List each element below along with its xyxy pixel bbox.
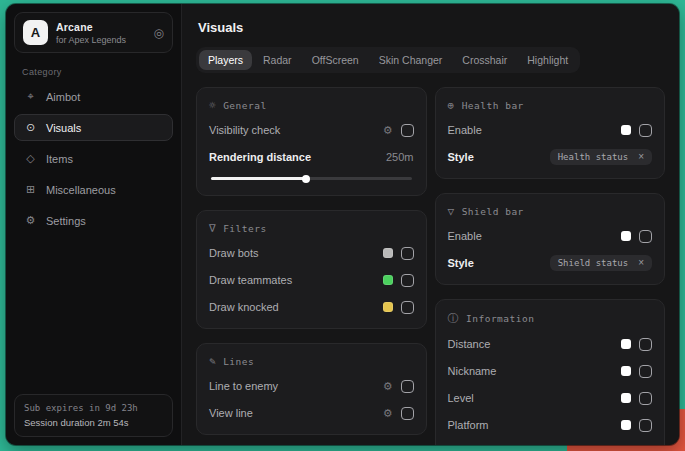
line-to-enemy-checkbox[interactable]	[401, 380, 414, 393]
general-card-header: ☼ General	[209, 99, 414, 112]
legend-name-row: Legend name	[448, 443, 653, 445]
sidebar-item-visuals[interactable]: ⊙ Visuals	[14, 114, 173, 141]
sidebar-item-items[interactable]: ◇ Items	[14, 145, 173, 172]
view-line-row: View line ⚙	[209, 404, 414, 422]
health-bar-card-header: ⊕ Health bar	[448, 99, 653, 112]
row-label: Line to enemy	[209, 380, 278, 392]
sun-icon: ☼	[209, 99, 216, 112]
shield-enable-row: Enable	[448, 227, 653, 245]
row-label: Enable	[448, 230, 482, 242]
sidebar-item-label: Settings	[46, 215, 86, 227]
distance-row: Distance	[448, 335, 653, 353]
sidebar-item-aimbot[interactable]: ⌖ Aimbot	[14, 83, 173, 110]
color-swatch[interactable]	[621, 231, 631, 241]
gear-icon[interactable]: ⚙	[383, 381, 393, 392]
health-enable-checkbox[interactable]	[639, 124, 652, 137]
close-icon[interactable]: ×	[638, 152, 644, 162]
color-swatch[interactable]	[621, 125, 631, 135]
color-swatch[interactable]	[621, 420, 631, 430]
level-checkbox[interactable]	[639, 392, 652, 405]
lines-card: ✎ Lines Line to enemy ⚙ View line ⚙	[196, 343, 427, 435]
sidebar-item-label: Items	[46, 153, 73, 165]
section-title: Shield bar	[462, 206, 524, 217]
tab-highlight[interactable]: Highlight	[518, 50, 577, 70]
line-to-enemy-row: Line to enemy ⚙	[209, 377, 414, 395]
health-enable-row: Enable	[448, 121, 653, 139]
filters-card: ∇ Filters Draw bots Draw teammates	[196, 210, 427, 329]
platform-checkbox[interactable]	[639, 419, 652, 432]
general-card: ☼ General Visibility check ⚙ Rendering d…	[196, 87, 427, 196]
left-column: ☼ General Visibility check ⚙ Rendering d…	[196, 87, 427, 445]
shield-icon: ▽	[448, 205, 455, 218]
visibility-check-checkbox[interactable]	[401, 124, 414, 137]
crosshair-icon: ⌖	[24, 90, 37, 103]
tab-offscreen[interactable]: OffScreen	[303, 50, 368, 70]
draw-bots-row: Draw bots	[209, 244, 414, 262]
platform-row: Platform	[448, 416, 653, 434]
tab-skin-changer[interactable]: Skin Changer	[370, 50, 452, 70]
app-subtitle: for Apex Legends	[56, 35, 146, 45]
app-logo-card: A Arcane for Apex Legends ◎	[14, 12, 173, 53]
color-swatch[interactable]	[621, 366, 631, 376]
app-title: Arcane	[56, 21, 146, 33]
settings-columns: ☼ General Visibility check ⚙ Rendering d…	[196, 87, 665, 445]
rendering-distance-slider[interactable]	[211, 177, 412, 180]
row-label: Platform	[448, 419, 489, 431]
row-label: Style	[448, 257, 474, 269]
row-label: Distance	[448, 338, 491, 350]
tab-radar[interactable]: Radar	[254, 50, 301, 70]
draw-teammates-checkbox[interactable]	[401, 274, 414, 287]
row-label: View line	[209, 407, 253, 419]
health-style-select[interactable]: Health status ×	[550, 149, 652, 165]
information-card: ⓘ Information Distance Nickname	[435, 299, 666, 445]
crosshair-icon[interactable]: ◎	[154, 26, 164, 40]
color-swatch[interactable]	[621, 339, 631, 349]
row-label: Nickname	[448, 365, 497, 377]
grid-icon: ⊞	[24, 183, 37, 196]
tab-crosshair[interactable]: Crosshair	[453, 50, 516, 70]
shield-bar-card-header: ▽ Shield bar	[448, 205, 653, 218]
sidebar-item-miscellaneous[interactable]: ⊞ Miscellaneous	[14, 176, 173, 203]
row-label: Enable	[448, 124, 482, 136]
tab-players[interactable]: Players	[199, 50, 252, 70]
draw-knocked-row: Draw knocked	[209, 298, 414, 316]
health-style-row: Style Health status ×	[448, 148, 653, 166]
sidebar-item-settings[interactable]: ⚙ Settings	[14, 207, 173, 234]
row-label: Visibility check	[209, 124, 280, 136]
draw-bots-checkbox[interactable]	[401, 247, 414, 260]
color-swatch[interactable]	[383, 302, 393, 312]
rendering-distance-value: 250m	[386, 151, 414, 163]
row-label: Draw teammates	[209, 274, 292, 286]
close-icon[interactable]: ×	[638, 258, 644, 268]
shield-style-select[interactable]: Shield status ×	[550, 255, 652, 271]
row-label: Draw bots	[209, 247, 259, 259]
slider-thumb[interactable]	[302, 175, 310, 183]
nickname-row: Nickname	[448, 362, 653, 380]
sidebar-item-label: Aimbot	[46, 91, 80, 103]
pencil-icon: ✎	[209, 355, 216, 368]
sidebar-item-label: Visuals	[46, 122, 81, 134]
shield-style-row: Style Shield status ×	[448, 254, 653, 272]
funnel-icon: ∇	[209, 222, 216, 235]
section-title: Filters	[223, 223, 267, 234]
color-swatch[interactable]	[383, 275, 393, 285]
info-icon: ⓘ	[448, 311, 460, 326]
page-title: Visuals	[198, 20, 665, 35]
app-window: A Arcane for Apex Legends ◎ Category ⌖ A…	[6, 4, 679, 445]
gear-icon[interactable]: ⚙	[383, 408, 393, 419]
shield-enable-checkbox[interactable]	[639, 230, 652, 243]
category-label: Category	[22, 67, 173, 77]
section-title: Health bar	[462, 100, 524, 111]
gear-icon[interactable]: ⚙	[383, 125, 393, 136]
view-line-checkbox[interactable]	[401, 407, 414, 420]
app-identity: Arcane for Apex Legends	[56, 21, 146, 45]
color-swatch[interactable]	[621, 393, 631, 403]
main-panel: Visuals Players Radar OffScreen Skin Cha…	[182, 4, 679, 445]
row-label: Level	[448, 392, 474, 404]
draw-knocked-checkbox[interactable]	[401, 301, 414, 314]
eye-icon: ⊙	[24, 121, 37, 134]
color-swatch[interactable]	[383, 248, 393, 258]
nickname-checkbox[interactable]	[639, 365, 652, 378]
distance-checkbox[interactable]	[639, 338, 652, 351]
selected-value: Shield status	[558, 258, 628, 268]
